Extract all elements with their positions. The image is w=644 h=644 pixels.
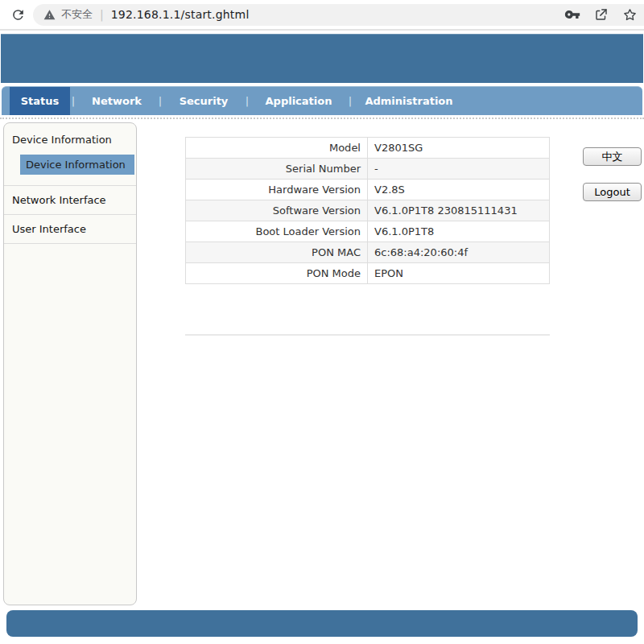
chip-divider: |	[100, 8, 104, 21]
key-icon[interactable]	[564, 6, 580, 23]
tab-status[interactable]: Status	[10, 87, 70, 115]
row-value: V6.1.0P1T8	[368, 221, 550, 242]
tab-network[interactable]: Network	[76, 87, 157, 115]
row-label: Software Version	[186, 200, 368, 221]
row-label: PON Mode	[186, 263, 368, 284]
sidebar-group-device-information[interactable]: Device Information	[4, 123, 136, 155]
row-label: Hardware Version	[186, 180, 368, 200]
reload-icon	[10, 7, 26, 23]
omnibox-icons	[564, 6, 638, 23]
sidebar-spacer	[4, 175, 136, 185]
table-row: PON Mode EPON	[186, 263, 550, 284]
content-divider-dotted	[0, 118, 644, 119]
security-label: 不安全	[61, 7, 93, 22]
sidebar-item-network-interface[interactable]: Network Interface	[4, 185, 136, 214]
tab-security[interactable]: Security	[163, 87, 244, 115]
warning-triangle-icon	[43, 9, 56, 21]
url-text[interactable]: 192.168.1.1/start.ghtml	[111, 8, 250, 21]
row-label: Model	[186, 138, 368, 159]
table-row: Serial Number -	[186, 159, 550, 180]
device-info-table: Model V2801SG Serial Number - Hardware V…	[185, 137, 550, 284]
security-chip[interactable]: 不安全	[43, 7, 93, 22]
table-row: PON MAC 6c:68:a4:20:60:4f	[186, 242, 550, 263]
sidebar-divider	[4, 243, 136, 244]
table-underline	[185, 334, 550, 336]
language-toggle-button[interactable]: 中文	[583, 147, 642, 166]
tab-application[interactable]: Application	[250, 87, 347, 115]
sidebar-item-device-information-selected[interactable]: Device Information	[20, 155, 134, 175]
row-value: EPON	[368, 263, 550, 284]
table-row: Boot Loader Version V6.1.0P1T8	[186, 221, 550, 242]
page-footer-banner	[6, 610, 638, 637]
tab-separator: |	[70, 87, 76, 115]
browser-toolbar: 不安全 | 192.168.1.1/start.ghtml	[0, 0, 644, 31]
table-row: Software Version V6.1.0P1T8 230815111431	[186, 200, 550, 221]
tab-separator: |	[244, 87, 250, 115]
tab-separator: |	[347, 87, 353, 115]
sidebar: Device Information Device Information Ne…	[3, 122, 137, 605]
sidebar-item-user-interface[interactable]: User Interface	[4, 214, 136, 243]
table-row: Hardware Version V2.8S	[186, 180, 550, 200]
row-value: 6c:68:a4:20:60:4f	[368, 242, 550, 263]
page-header-banner	[1, 34, 643, 83]
row-value: V2.8S	[368, 180, 550, 200]
share-icon[interactable]	[594, 7, 609, 22]
reload-button[interactable]	[6, 3, 29, 26]
row-label: PON MAC	[186, 242, 368, 263]
tab-separator: |	[157, 87, 163, 115]
logout-button[interactable]: Logout	[583, 183, 642, 201]
row-value: V6.1.0P1T8 230815111431	[368, 200, 550, 221]
table-row: Model V2801SG	[186, 138, 550, 159]
nav-tab-bar: Status | Network | Security | Applicatio…	[2, 86, 642, 115]
address-bar[interactable]: 不安全 | 192.168.1.1/start.ghtml	[33, 4, 644, 26]
bookmark-star-icon[interactable]	[622, 7, 638, 23]
row-value: V2801SG	[368, 138, 550, 159]
tab-administration[interactable]: Administration	[353, 87, 464, 115]
row-value: -	[368, 159, 550, 180]
row-label: Serial Number	[186, 159, 368, 180]
page: 不安全 | 192.168.1.1/start.ghtml Status |	[0, 0, 644, 644]
row-label: Boot Loader Version	[186, 221, 368, 242]
